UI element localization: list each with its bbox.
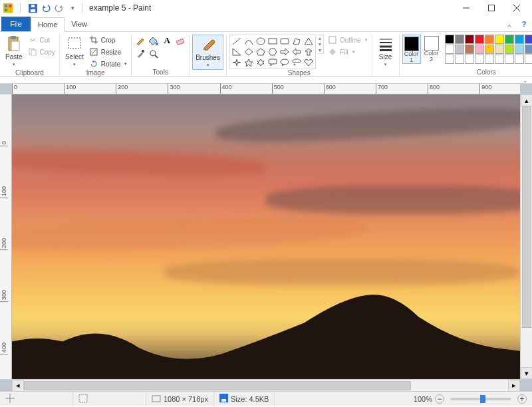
palette-color[interactable] bbox=[445, 35, 454, 44]
palette-color[interactable] bbox=[465, 45, 474, 54]
palette-color[interactable] bbox=[485, 35, 494, 44]
palette-color[interactable] bbox=[455, 55, 464, 64]
star6-shape[interactable] bbox=[255, 58, 266, 67]
color1-swatch bbox=[404, 37, 419, 51]
palette-color[interactable] bbox=[485, 45, 494, 54]
rounded-rectangle-shape[interactable] bbox=[279, 37, 290, 46]
palette-color[interactable] bbox=[455, 45, 464, 54]
close-button[interactable] bbox=[504, 0, 529, 16]
palette-color[interactable] bbox=[505, 35, 514, 44]
shapes-gallery[interactable] bbox=[230, 35, 315, 68]
palette-color[interactable] bbox=[495, 35, 504, 44]
file-tab[interactable]: File bbox=[1, 17, 31, 31]
palette-color[interactable] bbox=[455, 35, 464, 44]
paste-button[interactable]: Paste ▾ bbox=[3, 35, 25, 68]
callout-oval-shape[interactable] bbox=[279, 58, 290, 67]
rotate-button[interactable]: Rotate▾ bbox=[88, 59, 128, 69]
right-triangle-shape[interactable] bbox=[231, 47, 242, 57]
callout-cloud-shape[interactable] bbox=[291, 58, 302, 67]
shapes-scroll-down[interactable]: ▾ bbox=[317, 41, 323, 47]
palette-color[interactable] bbox=[505, 45, 514, 54]
qat-customize-icon[interactable]: ▾ bbox=[67, 3, 78, 13]
palette-color[interactable] bbox=[525, 35, 532, 44]
eraser-tool[interactable] bbox=[174, 35, 186, 47]
scroll-right-icon[interactable]: ▸ bbox=[508, 380, 520, 392]
maximize-button[interactable] bbox=[479, 0, 504, 16]
color2-button[interactable]: Color 2 bbox=[422, 35, 441, 63]
color-palette-row3[interactable] bbox=[445, 55, 532, 64]
palette-color[interactable] bbox=[495, 55, 504, 64]
color-palette-row2[interactable] bbox=[445, 45, 532, 54]
right-arrow-shape[interactable] bbox=[279, 47, 290, 57]
save-icon[interactable] bbox=[27, 3, 38, 13]
diamond-shape[interactable] bbox=[243, 47, 254, 57]
palette-color[interactable] bbox=[475, 35, 484, 44]
horizontal-scrollbar[interactable]: ◂ ▸ bbox=[12, 379, 520, 391]
shape-fill-button[interactable]: Fill▾ bbox=[327, 47, 369, 57]
up-arrow-shape[interactable] bbox=[303, 47, 314, 57]
rectangle-shape[interactable] bbox=[267, 37, 278, 46]
scroll-thumb-v[interactable] bbox=[522, 106, 531, 328]
palette-color[interactable] bbox=[525, 45, 532, 54]
redo-icon[interactable] bbox=[54, 3, 65, 13]
palette-color[interactable] bbox=[505, 55, 514, 64]
fill-tool[interactable] bbox=[148, 35, 160, 47]
palette-color[interactable] bbox=[515, 45, 524, 54]
copy-button[interactable]: Copy bbox=[27, 47, 57, 57]
scroll-left-icon[interactable]: ◂ bbox=[12, 380, 24, 392]
palette-color[interactable] bbox=[445, 45, 454, 54]
palette-color[interactable] bbox=[525, 55, 532, 64]
undo-icon[interactable] bbox=[41, 3, 51, 13]
heart-shape[interactable] bbox=[303, 58, 314, 67]
view-tab[interactable]: View bbox=[65, 17, 94, 31]
home-tab[interactable]: Home bbox=[31, 17, 65, 32]
pencil-tool[interactable] bbox=[134, 35, 146, 47]
select-button[interactable]: Select ▾ bbox=[63, 35, 86, 68]
callout-shape[interactable] bbox=[267, 58, 278, 67]
scroll-thumb-h[interactable] bbox=[24, 381, 411, 390]
line-shape[interactable] bbox=[231, 37, 242, 46]
shapes-expand[interactable]: ▾ bbox=[317, 47, 323, 53]
brushes-button[interactable]: Brushes ▾ bbox=[192, 35, 223, 70]
polygon-shape[interactable] bbox=[291, 37, 302, 46]
palette-color[interactable] bbox=[515, 35, 524, 44]
star5-shape[interactable] bbox=[243, 58, 254, 67]
resize-button[interactable]: Resize bbox=[88, 47, 128, 57]
palette-color[interactable] bbox=[495, 45, 504, 54]
palette-color[interactable] bbox=[445, 55, 454, 64]
palette-color[interactable] bbox=[465, 55, 474, 64]
zoom-in-button[interactable]: + bbox=[517, 394, 527, 404]
star4-shape[interactable] bbox=[231, 58, 242, 67]
canvas[interactable] bbox=[12, 94, 520, 379]
shapes-scroll-up[interactable]: ▴ bbox=[317, 35, 323, 41]
color1-button[interactable]: Color 1 bbox=[402, 35, 421, 64]
help-icon[interactable]: ? bbox=[516, 17, 532, 31]
palette-color[interactable] bbox=[515, 55, 524, 64]
magnifier-tool[interactable] bbox=[148, 48, 160, 60]
left-arrow-shape[interactable] bbox=[291, 47, 302, 57]
palette-color[interactable] bbox=[475, 55, 484, 64]
color-picker-tool[interactable] bbox=[134, 48, 146, 60]
crop-button[interactable]: Crop bbox=[88, 35, 128, 45]
scroll-down-icon[interactable]: ▾ bbox=[521, 367, 532, 379]
palette-color[interactable] bbox=[465, 35, 474, 44]
hexagon-shape[interactable] bbox=[267, 47, 278, 57]
size-button[interactable]: Size ▾ bbox=[375, 35, 396, 68]
zoom-out-button[interactable]: − bbox=[435, 394, 444, 404]
cut-button[interactable]: ✂Cut bbox=[27, 35, 57, 45]
palette-color[interactable] bbox=[485, 55, 494, 64]
curve-shape[interactable] bbox=[243, 37, 254, 46]
color-palette-row1[interactable] bbox=[445, 35, 532, 44]
oval-shape[interactable] bbox=[255, 37, 266, 46]
vertical-scrollbar[interactable]: ▴ ▾ bbox=[520, 94, 532, 379]
minimize-button[interactable] bbox=[454, 0, 479, 16]
text-tool[interactable]: A bbox=[161, 35, 173, 47]
scroll-up-icon[interactable]: ▴ bbox=[521, 94, 532, 106]
shape-outline-button[interactable]: Outline▾ bbox=[327, 35, 369, 45]
triangle-shape[interactable] bbox=[303, 37, 314, 46]
ribbon-collapse-icon[interactable]: ⌄ bbox=[523, 77, 528, 83]
pentagon-shape[interactable] bbox=[255, 47, 266, 57]
ribbon-minimize-icon[interactable]: ^ bbox=[503, 23, 516, 31]
zoom-slider[interactable] bbox=[451, 398, 511, 400]
palette-color[interactable] bbox=[475, 45, 484, 54]
